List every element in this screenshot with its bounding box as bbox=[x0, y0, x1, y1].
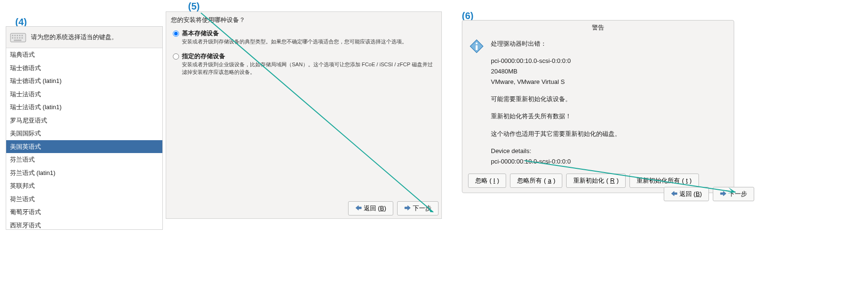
keyboard-list-item[interactable]: 瑞典语式 bbox=[6, 48, 162, 62]
keyboard-list-item[interactable]: 瑞士法语式 bbox=[6, 88, 162, 101]
panel6-next-label: 下一步 bbox=[728, 190, 747, 198]
warning-line-9: pci-0000:00:10.0-scsi-0:0:0:0 bbox=[491, 156, 621, 167]
warning-line-2: pci-0000:00:10.0-scsi-0:0:0:0 bbox=[491, 56, 621, 66]
warning-line-5: 可能需要重新初始化该设备。 bbox=[491, 94, 621, 104]
storage-specialized-desc: 安装或者升级到企业级设备，比如存储局域网（SAN）。这个选项可让您添加 FCoE… bbox=[182, 61, 437, 76]
arrow-left-icon bbox=[671, 191, 678, 198]
storage-radio-basic[interactable] bbox=[173, 31, 179, 37]
keyboard-list[interactable]: 瑞典语式瑞士德语式瑞士德语式 (latin1)瑞士法语式瑞士法语式 (latin… bbox=[6, 48, 162, 229]
svg-rect-11 bbox=[14, 40, 21, 41]
keyboard-list-item[interactable]: 瑞士德语式 bbox=[6, 62, 162, 75]
svg-rect-3 bbox=[17, 35, 18, 36]
keyboard-list-item[interactable]: 美国国际式 bbox=[6, 127, 162, 140]
back-button[interactable]: 返回 (B) bbox=[348, 201, 393, 216]
keyboard-list-item[interactable]: 荷兰语式 bbox=[6, 193, 162, 206]
svg-rect-7 bbox=[14, 37, 16, 39]
keyboard-list-item[interactable]: 瑞士法语式 (latin1) bbox=[6, 101, 162, 114]
keyboard-header: 请为您的系统选择适当的键盘。 bbox=[6, 27, 162, 48]
keyboard-list-item[interactable]: 美国英语式 bbox=[6, 140, 162, 154]
storage-option-specialized[interactable]: 指定的存储设备 安装或者升级到企业级设备，比如存储局域网（SAN）。这个选项可让… bbox=[173, 51, 437, 77]
storage-basic-desc: 安装或者升级到存储设备的典型类型。如果您不确定哪个选项适合您，您可能应该选择这个… bbox=[182, 38, 407, 45]
panel6-next-button[interactable]: 下一步 bbox=[713, 187, 754, 201]
warning-line-7: 这个动作也适用于其它需要重新初始化的磁盘。 bbox=[491, 129, 621, 139]
panel6-back-label: 返回 (B) bbox=[679, 190, 702, 198]
storage-option-basic[interactable]: 基本存储设备 安装或者升级到存储设备的典型类型。如果您不确定哪个选项适合您，您可… bbox=[173, 28, 437, 46]
warning-dialog: 警告 处理驱动器时出错： pci-0000:00:10.0-scsi-0:0:0… bbox=[462, 20, 734, 193]
keyboard-list-item[interactable]: 芬兰语式 (latin1) bbox=[6, 166, 162, 180]
next-button-label: 下一步 bbox=[413, 204, 431, 213]
reinitialize-all-button[interactable]: 重新初始化所有 (t) bbox=[629, 174, 698, 188]
warning-line-8: Device details: bbox=[491, 146, 621, 156]
svg-rect-8 bbox=[17, 37, 18, 39]
svg-rect-6 bbox=[12, 37, 13, 39]
warning-title: 警告 bbox=[462, 21, 734, 35]
svg-rect-1 bbox=[12, 35, 13, 36]
keyboard-list-item[interactable]: 罗马尼亚语式 bbox=[6, 114, 162, 127]
storage-question: 您的安装将使用哪种设备？ bbox=[171, 16, 437, 24]
step-5-label: (5) bbox=[188, 1, 200, 12]
svg-rect-10 bbox=[21, 37, 23, 39]
warning-line-1: 处理驱动器时出错： bbox=[491, 39, 621, 49]
svg-point-12 bbox=[476, 42, 478, 44]
warning-line-3: 20480MB bbox=[491, 66, 621, 77]
next-button[interactable]: 下一步 bbox=[397, 201, 439, 216]
svg-rect-5 bbox=[21, 35, 23, 36]
keyboard-icon bbox=[10, 31, 26, 43]
storage-selection-panel: 您的安装将使用哪种设备？ 基本存储设备 安装或者升级到存储设备的典型类型。如果您… bbox=[166, 11, 442, 219]
keyboard-header-text: 请为您的系统选择适当的键盘。 bbox=[31, 33, 118, 41]
arrow-right-icon bbox=[720, 191, 727, 198]
storage-specialized-title: 指定的存储设备 bbox=[182, 52, 437, 61]
warning-line-6: 重新初始化将丢失所有数据！ bbox=[491, 111, 621, 122]
keyboard-selection-panel: 请为您的系统选择适当的键盘。 瑞典语式瑞士德语式瑞士德语式 (latin1)瑞士… bbox=[6, 26, 163, 230]
panel6-nav-buttons: 返回 (B) 下一步 bbox=[664, 187, 754, 201]
svg-rect-13 bbox=[476, 45, 478, 50]
panel6-back-button[interactable]: 返回 (B) bbox=[664, 187, 709, 201]
svg-rect-2 bbox=[14, 35, 16, 36]
back-button-label: 返回 (B) bbox=[364, 204, 386, 213]
storage-radio-specialized[interactable] bbox=[173, 53, 179, 60]
arrow-right-icon bbox=[404, 205, 411, 212]
arrow-left-icon bbox=[355, 205, 362, 212]
keyboard-list-item[interactable]: 葡萄牙语式 bbox=[6, 205, 162, 219]
ignore-button[interactable]: 忽略 (I) bbox=[468, 174, 506, 188]
reinitialize-button[interactable]: 重新初始化 (R) bbox=[566, 174, 626, 188]
svg-rect-4 bbox=[19, 35, 20, 36]
keyboard-list-item[interactable]: 瑞士德语式 (latin1) bbox=[6, 74, 162, 88]
info-icon bbox=[469, 39, 484, 54]
keyboard-list-item[interactable]: 英联邦式 bbox=[6, 179, 162, 193]
storage-basic-title: 基本存储设备 bbox=[182, 29, 407, 38]
ignore-all-button[interactable]: 忽略所有 (a) bbox=[510, 174, 562, 188]
keyboard-list-item[interactable]: 西班牙语式 bbox=[6, 219, 162, 230]
warning-text: 处理驱动器时出错： pci-0000:00:10.0-scsi-0:0:0:0 … bbox=[491, 39, 621, 167]
keyboard-list-item[interactable]: 芬兰语式 bbox=[6, 153, 162, 166]
svg-rect-9 bbox=[19, 37, 20, 39]
warning-line-4: VMware, VMware Virtual S bbox=[491, 77, 621, 87]
